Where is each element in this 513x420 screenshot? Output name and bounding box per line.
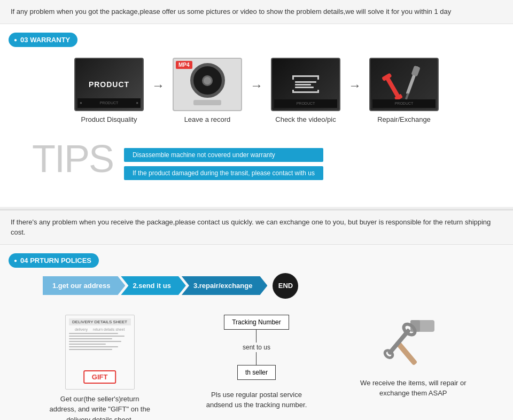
end-badge: END [273, 273, 298, 299]
flow-item-tools: PRODUCT Repair/Exchange [367, 58, 441, 123]
tracking-number-box: Tracking Number [224, 315, 289, 330]
sheet-header: DELIVERY DETAILS SHEET [69, 318, 131, 325]
arrow-3: → [348, 78, 361, 93]
tips-items: Disassemble machine not covered under wa… [124, 148, 323, 180]
arrow-1: → [152, 78, 165, 93]
tips-word: TIPS [32, 139, 113, 178]
tools-image: PRODUCT [369, 58, 439, 111]
svg-rect-4 [411, 65, 420, 76]
flow-label-tools: Repair/Exchange [377, 115, 431, 123]
warranty-label-num: 03 [20, 36, 28, 44]
tip-2: If the product damaged during the transi… [124, 166, 323, 180]
mp4-badge: MP4 [176, 61, 192, 69]
return-label: 04 PRTURN POLICES [9, 253, 99, 268]
delivery-desc: Get our(the seller's)return address, and… [46, 394, 153, 421]
warranty-flow: PRODUCT ● PRODUCT ● Product Disquality →… [0, 52, 513, 129]
flow-item-product: PRODUCT ● PRODUCT ● Product Disquality [72, 58, 146, 123]
step-2-button[interactable]: 2.send it us [121, 276, 186, 295]
seller-box: th seller [237, 365, 276, 380]
return-label-num: 04 [20, 256, 28, 265]
flow-label-camera: Leave a record [184, 115, 231, 123]
delivery-sheet: DELIVERY DETAILS SHEET delivery return d… [65, 315, 135, 390]
tracking-desc: Pls use regular postal service andsend u… [203, 390, 310, 410]
step-3-button[interactable]: 3.repair/exchange [182, 276, 268, 295]
warranty-notice: If any problem when you got the package,… [0, 0, 513, 24]
camera-image: MP4 [173, 58, 242, 111]
gift-badge: GIFT [83, 370, 116, 384]
flow-item-camera: MP4 Leave a record [170, 58, 245, 123]
return-section: If there's any problem when you receive … [0, 209, 513, 421]
tracking-diagram: Tracking Number sent to us th seller [224, 315, 289, 380]
product-image: PRODUCT ● PRODUCT ● [74, 58, 144, 111]
tips-section: TIPS Disassemble machine not covered und… [0, 129, 513, 196]
sheet-lines [69, 333, 131, 350]
flow-item-video: PRODUCT Check the video/pic [268, 58, 343, 123]
warranty-label: 03 WARRANTY [9, 33, 77, 47]
tip-1: Disassemble machine not covered under wa… [124, 148, 323, 162]
return-flow: DELIVERY DETAILS SHEET delivery return d… [0, 309, 513, 421]
arrow-2: → [250, 78, 263, 93]
tracking-line-2 [256, 352, 256, 365]
flow-label-video: Check the video/pic [275, 115, 336, 123]
sent-to-us-label: sent to us [243, 343, 270, 352]
tracking-line-1 [256, 330, 256, 343]
svg-rect-5 [405, 92, 409, 99]
steps-row: 1.get our address 2.send it us 3.repair/… [0, 273, 513, 309]
return-label-text: PRTURN POLICES [30, 256, 91, 265]
return-tools-icon [378, 315, 448, 374]
warranty-section: If any problem when you got the package,… [0, 0, 513, 207]
warranty-label-text: WARRANTY [30, 36, 70, 44]
tools-desc: We receive the items, will repair or exc… [360, 378, 467, 399]
product-label: PRODUCT [89, 80, 129, 89]
video-icon [292, 75, 319, 93]
return-item-tracking: Tracking Number sent to us th seller Pls… [203, 315, 310, 410]
video-image: PRODUCT [271, 58, 340, 111]
return-item-delivery: DELIVERY DETAILS SHEET delivery return d… [46, 315, 153, 421]
return-item-tools: We receive the items, will repair or exc… [360, 315, 467, 399]
return-notice: If there's any problem when you receive … [0, 211, 513, 245]
step-1-button[interactable]: 1.get our address [43, 276, 125, 295]
flow-label-product: Product Disquality [81, 115, 137, 123]
